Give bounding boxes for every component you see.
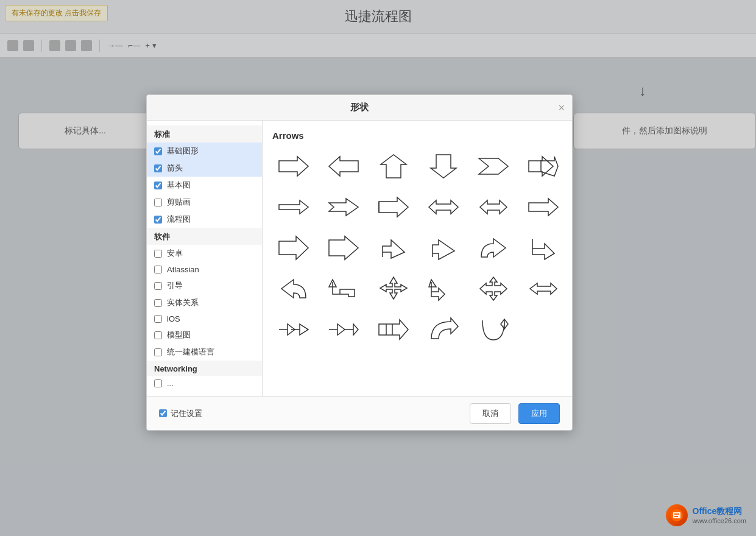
remember-setting-checkbox[interactable] (159, 409, 167, 417)
shape-corner-arrow[interactable] (422, 272, 465, 305)
shape-empty-row5-6 (522, 312, 565, 346)
networking-category-title: Networking (147, 361, 262, 376)
category-item-android[interactable]: 安卓 (147, 245, 262, 262)
category-item-jiantiehua[interactable]: 剪贴画 (147, 194, 262, 211)
remember-setting-label[interactable]: 记住设置 (159, 408, 202, 419)
shape-arrow-right-outline[interactable] (522, 190, 565, 224)
shape-arrow-back[interactable] (522, 272, 565, 305)
category-item-atlassian[interactable]: Atlassian (147, 262, 262, 277)
svg-marker-14 (279, 236, 308, 259)
shape-fat-arrow-right[interactable] (272, 231, 315, 264)
right-panel: Arrows (263, 121, 572, 396)
checkbox-liuchengtu[interactable] (154, 216, 162, 224)
checkbox-jibentuxing[interactable] (154, 182, 162, 189)
svg-marker-19 (480, 277, 507, 300)
svg-marker-9 (379, 197, 408, 217)
shape-arrow-down-filled[interactable] (422, 149, 465, 183)
svg-marker-4 (479, 158, 508, 174)
shape-turn-right[interactable] (372, 231, 415, 264)
shape-striped-arrow[interactable] (372, 312, 415, 346)
apply-button[interactable]: 应用 (518, 403, 560, 424)
shapes-grid (272, 149, 562, 346)
svg-marker-6 (541, 157, 558, 176)
shape-double-headed-arrow2[interactable] (472, 190, 515, 224)
svg-marker-17 (380, 277, 407, 299)
category-item-ios[interactable]: iOS (147, 311, 262, 326)
shape-four-way-arrow[interactable] (472, 272, 515, 305)
checkbox-jiantiehua[interactable] (154, 199, 162, 206)
svg-marker-2 (381, 155, 406, 178)
category-item-uml[interactable]: 统一建模语言 (147, 344, 262, 361)
category-item-jibentuxing[interactable]: 基本图 (147, 177, 262, 194)
office-badge: Office教程网 www.office26.com (666, 504, 746, 526)
svg-marker-1 (329, 157, 358, 176)
checkbox-moxingtu[interactable] (154, 331, 162, 339)
shape-uturn-arrow[interactable] (322, 272, 365, 305)
svg-marker-11 (429, 200, 458, 214)
shape-fat-arrow-right2[interactable] (322, 231, 365, 264)
shape-notched-arrow-right[interactable] (322, 190, 365, 224)
checkbox-shitiguanxi[interactable] (154, 299, 162, 307)
shape-arrow-right-filled[interactable] (272, 149, 315, 183)
checkbox-yindao[interactable] (154, 282, 162, 290)
checkbox-android[interactable] (154, 250, 162, 258)
svg-marker-15 (329, 236, 358, 259)
modal-title: 形状 (350, 102, 369, 113)
checkbox-uml[interactable] (154, 348, 162, 356)
shapes-section-title: Arrows (272, 130, 562, 141)
shape-chevron-right[interactable] (472, 149, 515, 183)
checkbox-jichutuxing[interactable] (154, 147, 162, 155)
checkbox-ios[interactable] (154, 315, 162, 323)
shape-curved-left[interactable] (272, 272, 315, 305)
category-item-shitiguanxi[interactable]: 实体关系 (147, 294, 262, 311)
software-category-title: 软件 (147, 228, 262, 245)
modal-body: 标准 基础图形 箭头 基本图 剪贴画 流程图 软件 (147, 121, 572, 396)
shape-turn-right2[interactable] (422, 231, 465, 264)
office-logo-icon (666, 504, 688, 526)
modal-close-button[interactable]: × (558, 102, 565, 113)
shape-double-headed-arrow[interactable] (422, 190, 465, 224)
modal-footer: 记住设置 取消 应用 (147, 396, 572, 430)
standard-category-title: 标准 (147, 125, 262, 143)
checkbox-networking-sub[interactable] (154, 379, 162, 387)
checkbox-jiantou[interactable] (154, 164, 162, 172)
shape-arrow-up-filled[interactable] (372, 149, 415, 183)
shapes-modal: 形状 × 标准 基础图形 箭头 基本图 剪贴画 (146, 94, 573, 431)
category-item-moxingtu[interactable]: 模型图 (147, 326, 262, 344)
shape-arrow-left-filled[interactable] (322, 149, 365, 183)
svg-marker-20 (530, 283, 557, 294)
category-item-liuchengtu[interactable]: 流程图 (147, 211, 262, 228)
shape-cross-arrow[interactable] (372, 272, 415, 305)
shape-bent-arrow-down[interactable] (522, 231, 565, 264)
modal-header: 形状 × (147, 95, 572, 121)
shape-u-arrow[interactable] (472, 312, 515, 346)
checkbox-atlassian[interactable] (154, 266, 162, 273)
svg-marker-0 (279, 157, 308, 176)
office-text: Office教程网 www.office26.com (693, 506, 746, 525)
category-item-networking-sub[interactable]: ... (147, 376, 262, 391)
cancel-button[interactable]: 取消 (470, 403, 511, 424)
shape-curved-right[interactable] (472, 231, 515, 264)
svg-marker-21 (379, 320, 408, 339)
category-item-yindao[interactable]: 引导 (147, 277, 262, 294)
svg-rect-27 (674, 516, 678, 517)
shape-curved-arrow[interactable] (422, 312, 465, 346)
category-item-jiantou[interactable]: 箭头 (147, 160, 262, 177)
svg-marker-12 (480, 200, 507, 214)
svg-marker-8 (329, 199, 358, 216)
svg-marker-18 (429, 280, 436, 287)
svg-rect-25 (673, 512, 680, 518)
category-item-jichutuxing[interactable]: 基础图形 (147, 143, 262, 160)
svg-rect-26 (674, 513, 679, 515)
shape-double-arrow-right[interactable] (522, 149, 565, 183)
svg-marker-13 (529, 199, 558, 216)
shape-split-arrow[interactable] (272, 312, 315, 346)
svg-marker-3 (431, 155, 456, 178)
shape-merge-arrow[interactable] (322, 312, 365, 346)
left-panel: 标准 基础图形 箭头 基本图 剪贴画 流程图 软件 (147, 121, 263, 396)
shape-outline-arrow-right[interactable] (372, 190, 415, 224)
shape-thin-arrow-right[interactable] (272, 190, 315, 224)
svg-marker-7 (279, 200, 308, 214)
